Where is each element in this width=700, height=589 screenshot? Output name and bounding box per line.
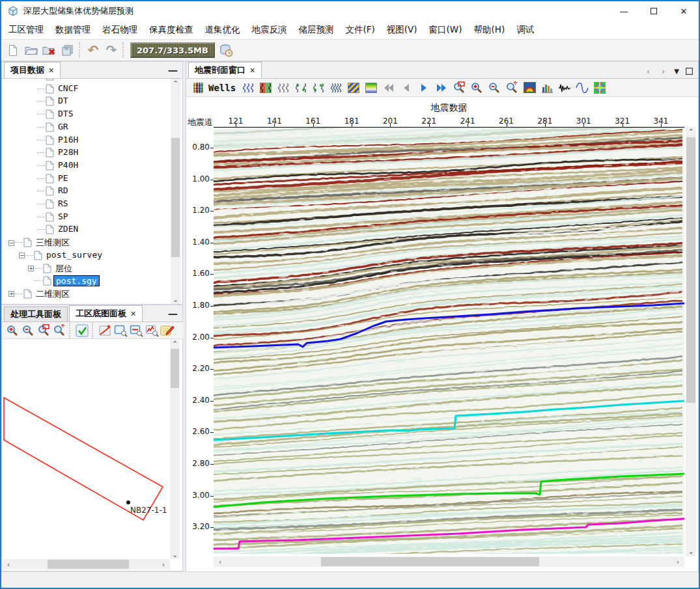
wiggle-green2-icon[interactable] [311, 80, 326, 96]
tree-item-label[interactable]: GR [56, 122, 70, 131]
menu-item-9[interactable]: 视图(V) [381, 21, 423, 38]
tree-expander-plus-icon[interactable]: + [28, 266, 34, 271]
tree-vscroll-thumb[interactable] [171, 138, 180, 257]
scroll-down-icon[interactable]: ⌄ [171, 295, 180, 304]
zoom-window-icon[interactable] [36, 323, 51, 338]
tab-close-icon[interactable]: ✕ [48, 66, 54, 75]
project-tree[interactable]: CALCNCFDTDTSGRP16HP28HP40HPERDRSSPZDEN−三… [2, 79, 170, 304]
zoom-out-icon[interactable] [20, 323, 36, 338]
menu-item-1[interactable]: 工区管理 [3, 21, 49, 38]
wiggle-density-icon[interactable] [258, 80, 273, 96]
tree-item-post_survey[interactable]: −post_survey [2, 249, 169, 262]
scroll-left-icon[interactable]: ‹ [215, 556, 225, 567]
scroll-up-icon[interactable]: ⌃ [170, 339, 180, 348]
tree-item-label[interactable]: P28H [56, 147, 80, 157]
tree-item-P16H[interactable]: P16H [2, 134, 169, 147]
tree-item-RD[interactable]: RD [2, 185, 169, 198]
menu-item-3[interactable]: 岩石物理 [96, 21, 143, 38]
tree-item-label[interactable]: DTS [56, 109, 75, 118]
stripes-icon[interactable] [346, 80, 361, 96]
scroll-left-icon[interactable]: ‹ [3, 559, 14, 569]
menu-item-11[interactable]: 帮助(H) [468, 21, 511, 38]
tree-item-label[interactable]: SP [56, 212, 70, 221]
scroll-up-icon[interactable]: ⌃ [686, 127, 696, 137]
tree-item-label[interactable]: ZDEN [56, 224, 80, 234]
tree-item-SP[interactable]: SP [2, 211, 169, 224]
tree-item-CNCF[interactable]: CNCF [2, 83, 169, 96]
menu-item-6[interactable]: 地震反演 [246, 21, 293, 38]
zoom-in-icon[interactable] [5, 323, 20, 338]
tree-item-层位[interactable]: +层位 [2, 262, 169, 275]
wavelet-icon[interactable] [557, 80, 572, 96]
section-hscrollbar[interactable]: ‹ › [214, 556, 684, 567]
tree-item-label[interactable]: post_survey [44, 250, 104, 260]
menu-item-7[interactable]: 储层预测 [293, 21, 340, 38]
panel-minimize-icon[interactable]: — [168, 64, 178, 76]
menu-item-12[interactable]: 调试 [511, 21, 540, 38]
close-button[interactable]: ✕ [669, 1, 699, 21]
tree-item-label[interactable]: 层位 [53, 263, 74, 275]
scroll-down-icon[interactable]: ⌄ [170, 550, 180, 559]
menu-item-5[interactable]: 道集优化 [199, 21, 246, 38]
tree-item-label[interactable]: DT [56, 96, 70, 105]
menu-item-8[interactable]: 文件(F) [340, 21, 381, 38]
tree-item-label[interactable]: RD [56, 185, 70, 195]
nav-last-icon[interactable] [434, 80, 449, 96]
zoom-window-icon[interactable] [451, 80, 467, 96]
tab-basemap[interactable]: 工区底图面板✕ [69, 305, 143, 322]
tree-item-三维测区[interactable]: −三维测区 [2, 236, 169, 249]
tree-item-label[interactable]: 三维测区 [34, 237, 72, 249]
section-vscroll-thumb[interactable] [686, 137, 695, 403]
fault-tool-icon[interactable] [144, 323, 160, 338]
redo-icon[interactable]: ↷ [102, 41, 120, 59]
map-hscrollbar[interactable]: ‹ › [2, 559, 170, 569]
tab-close-icon[interactable]: ✕ [249, 66, 255, 75]
scroll-up-icon[interactable]: ⌃ [171, 79, 180, 88]
map-hscroll-thumb[interactable] [48, 560, 129, 569]
wiggle-fill-icon[interactable] [240, 80, 256, 96]
tab-project-data[interactable]: 项目数据 ✕ [4, 62, 61, 78]
box-line-icon[interactable] [128, 323, 144, 338]
minimize-button[interactable]: — [609, 1, 639, 21]
database-clock-icon[interactable] [217, 41, 236, 59]
colormap-icon[interactable] [522, 80, 537, 96]
tab-process-tools[interactable]: 处理工具面板 [4, 307, 68, 322]
zoom-out-icon[interactable] [486, 80, 502, 96]
well-point[interactable] [126, 500, 130, 504]
scroll-right-icon[interactable]: › [158, 559, 169, 569]
zoom-in-icon[interactable] [469, 80, 484, 96]
tree-item-label[interactable]: CAL [56, 79, 75, 80]
tree-item-label[interactable]: RS [56, 199, 70, 208]
tree-item-RS[interactable]: RS [2, 198, 169, 211]
zoom-reset-icon[interactable] [504, 80, 520, 96]
tree-item-PE[interactable]: PE [2, 172, 169, 185]
annotate-icon[interactable] [160, 323, 175, 338]
tree-item-post.sgy[interactable]: post.sgy [2, 275, 169, 288]
map-vscrollbar[interactable]: ⌃ ⌄ [170, 339, 180, 559]
open-folder-icon[interactable] [22, 41, 40, 59]
tree-expander-minus-icon[interactable]: − [19, 253, 25, 258]
nav-first-icon[interactable] [381, 80, 397, 96]
close-project-icon[interactable] [40, 41, 59, 59]
tree-item-P40H[interactable]: P40H [2, 159, 169, 172]
tree-item-P28H[interactable]: P28H [2, 146, 169, 159]
scroll-right-icon[interactable]: › [673, 556, 683, 567]
panel-restore-icon[interactable] [686, 65, 693, 77]
tree-item-label[interactable]: PE [56, 173, 70, 183]
tree-item-二维测区[interactable]: +二维测区 [2, 288, 169, 301]
tree-item-label[interactable]: CNCF [56, 83, 80, 93]
new-file-icon[interactable] [4, 41, 22, 59]
tabs-scroll-right-icon[interactable]: › [659, 66, 667, 76]
spectrum-icon[interactable] [592, 80, 608, 96]
nav-prev-icon[interactable] [399, 80, 414, 96]
seismic-canvas[interactable] [214, 128, 684, 554]
section-vscrollbar[interactable]: ⌃ ⌄ [686, 127, 696, 556]
sine-icon[interactable] [574, 80, 590, 96]
basemap-view[interactable]: NB27-1-1 [2, 339, 170, 559]
nav-next-icon[interactable] [416, 80, 432, 96]
tree-item-GR[interactable]: GR [2, 121, 169, 134]
scroll-down-icon[interactable]: ⌄ [686, 547, 696, 556]
tree-item-label[interactable]: 二维测区 [34, 288, 72, 300]
tabs-menu-icon[interactable]: ▼ [674, 68, 679, 75]
tree-item-label[interactable]: P40H [56, 160, 80, 170]
